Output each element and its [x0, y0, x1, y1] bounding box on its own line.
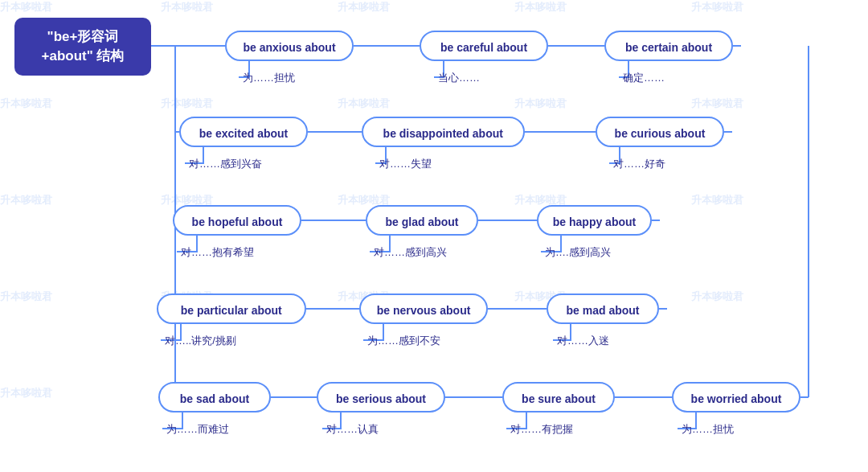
phrase-node-n16: be worried about — [672, 382, 800, 412]
phrase-node-n10: be particular about — [157, 293, 306, 324]
phrase-node-n1: be anxious about — [225, 31, 354, 61]
chinese-label-l3: 确定…… — [623, 71, 665, 85]
chinese-label-l8: 对……感到高兴 — [374, 245, 447, 260]
chinese-label-l1: 为……担忧 — [243, 71, 295, 85]
chinese-label-l10: 对…..讲究/挑剔 — [165, 334, 236, 348]
title-box: "be+形容词+about" 结构 — [14, 18, 151, 76]
phrase-node-n5: be disappointed about — [362, 117, 525, 147]
chinese-label-l9: 为….感到高兴 — [545, 245, 611, 260]
title-text: "be+形容词+about" 结构 — [42, 29, 125, 64]
chinese-label-l7: 对……抱有希望 — [181, 245, 254, 260]
phrase-node-n12: be mad about — [547, 293, 659, 324]
phrase-node-n11: be nervous about — [359, 293, 488, 324]
chinese-label-l4: 对……感到兴奋 — [189, 157, 262, 171]
chinese-label-l2: 当心…… — [438, 71, 480, 85]
chinese-label-l12: 对……入迷 — [557, 334, 609, 348]
phrase-node-n14: be serious about — [317, 382, 445, 412]
phrase-node-n13: be sad about — [158, 382, 271, 412]
phrase-node-n3: be certain about — [604, 31, 733, 61]
chinese-label-l6: 对……好奇 — [613, 157, 665, 171]
chinese-label-l14: 对……认真 — [326, 422, 379, 437]
chinese-label-l5: 对……失望 — [379, 157, 432, 171]
chinese-label-l13: 为……而难过 — [166, 422, 229, 437]
phrase-node-n9: be happy about — [537, 205, 652, 236]
phrase-node-n8: be glad about — [366, 205, 478, 236]
chinese-label-l16: 为……担忧 — [682, 422, 734, 437]
chinese-label-l15: 对……有把握 — [510, 422, 573, 437]
chinese-label-l11: 为……感到不安 — [367, 334, 440, 348]
phrase-node-n15: be sure about — [502, 382, 615, 412]
phrase-node-n6: be curious about — [596, 117, 724, 147]
phrase-node-n4: be excited about — [179, 117, 308, 147]
phrase-node-n7: be hopeful about — [173, 205, 301, 236]
phrase-node-n2: be careful about — [420, 31, 548, 61]
